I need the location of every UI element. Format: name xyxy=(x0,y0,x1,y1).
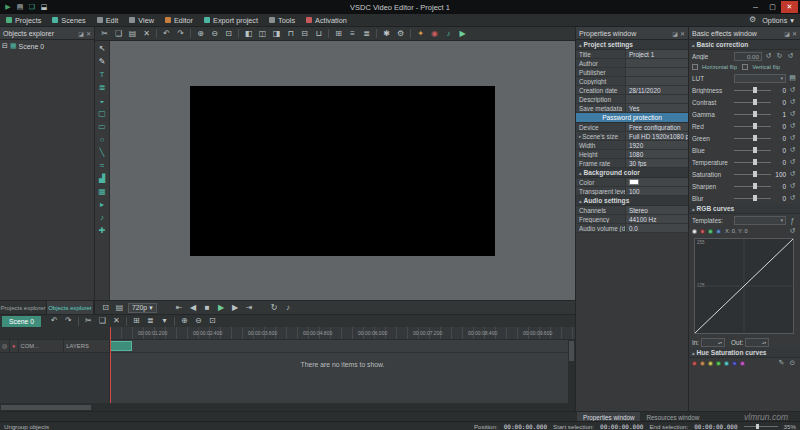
pin-icon[interactable]: ◪ xyxy=(784,30,790,37)
group-rgb-curves[interactable]: ▴ RGB curves xyxy=(689,204,800,214)
reset-icon[interactable]: ↺ xyxy=(788,86,797,94)
property-value[interactable]: Project 1 xyxy=(626,50,688,58)
play-icon[interactable]: ▶ xyxy=(215,302,228,314)
line-tool-icon[interactable]: ╲ xyxy=(96,147,108,158)
effect-slider[interactable] xyxy=(734,110,771,118)
property-value[interactable] xyxy=(626,59,688,67)
properties-icon[interactable]: ✱ xyxy=(380,28,393,40)
property-value[interactable]: Yes xyxy=(626,104,688,112)
scene-list-icon[interactable]: ▤ xyxy=(113,302,126,314)
hue-channel-dot[interactable] xyxy=(700,361,705,366)
timeline-ruler[interactable]: 00:00:01.20000:00:02.40000:00:03.60000:0… xyxy=(110,327,575,340)
expand-arrow-icon[interactable]: ▸ xyxy=(579,134,581,139)
tl-copy-icon[interactable]: ❏ xyxy=(96,315,109,327)
group-basic-correction[interactable]: ▴ Basic correction xyxy=(689,40,800,50)
slider-handle[interactable] xyxy=(753,171,757,177)
group-hue-saturation-curves[interactable]: ▴ Hue Saturation curves xyxy=(689,348,800,358)
free-shape-tool-icon[interactable]: ≈ xyxy=(96,160,108,171)
wizard-icon[interactable]: ✦ xyxy=(414,28,427,40)
scene-clip-block[interactable] xyxy=(110,341,132,351)
property-value[interactable]: 1080 xyxy=(626,150,688,158)
menu-item-projects[interactable]: Projects xyxy=(6,16,41,25)
slider-handle[interactable] xyxy=(753,111,757,117)
rgb-channel-dot[interactable] xyxy=(692,229,697,234)
maximize-button[interactable]: ▢ xyxy=(764,1,781,13)
menu-item-editor[interactable]: Editor xyxy=(165,16,193,25)
tl-zoom-fit-icon[interactable]: ⊡ xyxy=(206,315,219,327)
layers-icon[interactable]: ≣ xyxy=(360,28,373,40)
timeline-playhead[interactable] xyxy=(110,327,111,403)
cut-icon[interactable]: ✂ xyxy=(98,28,111,40)
property-value[interactable]: Free configuration xyxy=(626,123,688,131)
property-row[interactable]: ▸Scene's sizeFull HD 1920x1080 pix xyxy=(576,132,688,141)
eyedropper-icon[interactable]: ✎ xyxy=(777,359,786,367)
settings-icon[interactable]: ⚙ xyxy=(394,28,407,40)
redo-icon[interactable]: ↷ xyxy=(174,28,187,40)
fit-scene-icon[interactable]: ⊡ xyxy=(99,302,112,314)
menu-item-activation[interactable]: Activation xyxy=(306,16,347,25)
property-row[interactable]: Color xyxy=(576,178,688,187)
effect-slider[interactable] xyxy=(734,146,771,154)
timeline-track-lane[interactable] xyxy=(110,340,575,353)
loop-icon[interactable]: ↻ xyxy=(268,302,281,314)
close-icon[interactable]: ✕ xyxy=(792,30,797,37)
column-comment[interactable]: COM... xyxy=(19,340,65,352)
property-value[interactable] xyxy=(626,95,688,103)
curve-out-input[interactable]: ▴▾ xyxy=(745,338,769,347)
rgb-curve-graph[interactable]: 255 128 xyxy=(694,238,794,334)
templates-dropdown[interactable]: ▾ xyxy=(734,216,786,225)
scrollbar-thumb[interactable] xyxy=(1,405,91,410)
tab-objects-explorer[interactable]: Objects explorer xyxy=(47,301,94,314)
tl-grid-icon[interactable]: ⊞ xyxy=(130,315,143,327)
pin-icon[interactable]: ◪ xyxy=(78,30,84,37)
timeline-zoom-slider[interactable] xyxy=(744,423,778,430)
tl-undo-icon[interactable]: ↶ xyxy=(48,315,61,327)
effect-slider[interactable] xyxy=(734,122,771,130)
go-end-icon[interactable]: ⇥ xyxy=(243,302,256,314)
property-group-header[interactable]: ▴Project settings xyxy=(576,40,688,50)
property-group-header[interactable]: ▴Background color xyxy=(576,168,688,178)
property-row[interactable]: Author xyxy=(576,59,688,68)
slider-handle[interactable] xyxy=(753,87,757,93)
effect-slider[interactable] xyxy=(734,158,771,166)
password-protection-button[interactable]: Password protection xyxy=(576,113,688,123)
reset-icon[interactable]: ↺ xyxy=(786,52,795,60)
align-left-icon[interactable]: ◧ xyxy=(242,28,255,40)
property-value[interactable]: Stereo xyxy=(626,206,688,214)
tab-projects-explorer[interactable]: Projects explorer xyxy=(0,301,47,314)
edit-tool-icon[interactable]: ✎ xyxy=(96,56,108,67)
hue-channel-dot[interactable] xyxy=(740,361,745,366)
property-value[interactable]: Full HD 1920x1080 pix xyxy=(626,132,688,140)
preview-quality-dropdown[interactable]: 720p ▾ xyxy=(128,303,157,313)
property-value[interactable]: 28/11/2020 xyxy=(626,86,688,94)
property-row[interactable]: Creation date28/11/2020 xyxy=(576,86,688,95)
hue-channel-dot[interactable] xyxy=(732,361,737,366)
menu-item-view[interactable]: View xyxy=(129,16,154,25)
eye-icon[interactable]: ◎ xyxy=(0,340,10,352)
property-row[interactable]: Width1920 xyxy=(576,141,688,150)
target-icon[interactable]: ⊙ xyxy=(788,359,797,367)
reset-icon[interactable]: ↺ xyxy=(788,110,797,118)
video-tool-icon[interactable]: ▸ xyxy=(96,199,108,210)
preview-canvas[interactable] xyxy=(190,86,495,256)
tl-redo-icon[interactable]: ↷ xyxy=(62,315,75,327)
slider-handle[interactable] xyxy=(753,99,757,105)
grid-icon[interactable]: ⊞ xyxy=(332,28,345,40)
slider-handle[interactable] xyxy=(756,424,759,429)
slider-handle[interactable] xyxy=(753,195,757,201)
vertical-flip-checkbox[interactable] xyxy=(742,64,748,70)
rgb-channel-dot[interactable] xyxy=(700,229,705,234)
reset-icon[interactable]: ↺ xyxy=(788,134,797,142)
tl-options-icon[interactable]: ▾ xyxy=(158,315,171,327)
minimize-button[interactable]: ─ xyxy=(747,1,764,13)
horizontal-flip-checkbox[interactable] xyxy=(692,64,698,70)
property-row[interactable]: Description xyxy=(576,95,688,104)
new-project-icon[interactable]: ▤ xyxy=(14,2,26,13)
chart-tool-icon[interactable]: ▟ xyxy=(96,173,108,184)
tree-item-scene-0[interactable]: ⊟ ▦ Scene 0 xyxy=(2,42,92,50)
hue-channel-dot[interactable] xyxy=(724,361,729,366)
pin-icon[interactable]: ◪ xyxy=(672,30,678,37)
property-row[interactable]: TitleProject 1 xyxy=(576,50,688,59)
effect-slider[interactable] xyxy=(734,86,771,94)
align-top-icon[interactable]: ⊓ xyxy=(284,28,297,40)
